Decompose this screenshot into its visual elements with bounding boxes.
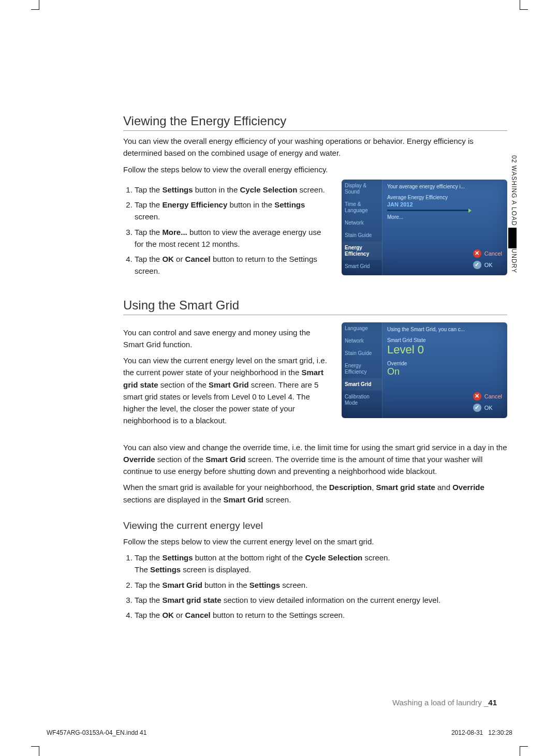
- section-tab-indicator: [508, 228, 517, 248]
- label-override: Override: [387, 361, 502, 366]
- sidebar-item[interactable]: Display & Sound: [342, 180, 382, 198]
- paragraph: When the smart grid is available for you…: [123, 481, 507, 506]
- close-icon: ✕: [473, 249, 481, 258]
- sidebar-item[interactable]: Stain Guide: [342, 347, 382, 360]
- settings-sidebar: Display & Sound Time & Language Network …: [342, 180, 383, 275]
- step-item: Tap the OK or Cancel button to return to…: [135, 609, 507, 621]
- sidebar-item[interactable]: Calibration Mode: [342, 391, 382, 409]
- label-month: JAN 2012: [387, 201, 502, 207]
- step-item: Tap the Energy Efficiency button in the …: [135, 199, 331, 223]
- ok-button[interactable]: ✓OK: [473, 261, 493, 269]
- value-smart-grid-state[interactable]: Level 0: [387, 343, 502, 357]
- manual-page: 02 WASHING A LOAD OF LAUNDRY Viewing the…: [0, 0, 559, 756]
- value-override[interactable]: On: [387, 366, 502, 377]
- heading-using-smart-grid: Using the Smart Grid: [123, 298, 507, 315]
- crop-mark: [520, 746, 528, 756]
- settings-sidebar: Language Network Stain Guide Energy Effi…: [342, 322, 383, 418]
- crop-mark: [31, 746, 39, 756]
- ok-button[interactable]: ✓OK: [473, 404, 493, 412]
- sidebar-item[interactable]: Smart Grid: [342, 260, 382, 273]
- imprint-file: WF457ARG-03153A-04_EN.indd 41: [47, 729, 146, 736]
- sidebar-item[interactable]: Time & Language: [342, 198, 382, 217]
- crop-mark: [31, 0, 39, 10]
- label-average-energy: Average Energy Efficiency: [387, 195, 502, 200]
- sidebar-item-smart-grid[interactable]: Smart Grid: [342, 378, 382, 391]
- step-item: Tap the More... button to view the avera…: [135, 226, 331, 250]
- sidebar-item[interactable]: Network: [342, 335, 382, 347]
- steps-list: Tap the Settings button in the Cycle Sel…: [123, 184, 331, 277]
- step-item: Tap the Settings button in the Cycle Sel…: [135, 184, 331, 196]
- paragraph: You can view the overall energy efficien…: [123, 135, 507, 159]
- settings-screenshot-smartgrid: Language Network Stain Guide Energy Effi…: [342, 322, 507, 418]
- pane-description: Your average energy efficiency i...: [387, 184, 502, 189]
- cancel-button[interactable]: ✕Cancel: [473, 392, 502, 401]
- paragraph: Follow the steps below to view the overa…: [123, 164, 507, 175]
- imprint-line: WF457ARG-03153A-04_EN.indd 41 2012-08-31…: [47, 729, 512, 736]
- sidebar-item-energy-efficiency[interactable]: Energy Efficiency: [342, 242, 382, 260]
- page-footer: Washing a load of laundry _41: [392, 698, 497, 707]
- paragraph: You can view the current energy level on…: [123, 354, 331, 427]
- crop-mark: [520, 0, 528, 10]
- settings-screenshot-energy: Display & Sound Time & Language Network …: [342, 180, 507, 275]
- paragraph: You can also view and change the overrid…: [123, 441, 507, 478]
- step-item: Tap the OK or Cancel button to return to…: [135, 253, 331, 277]
- check-icon: ✓: [473, 404, 481, 412]
- step-item: Tap the Settings button at the bottom ri…: [135, 552, 507, 576]
- sidebar-item[interactable]: Energy Efficiency: [342, 360, 382, 378]
- paragraph: Follow the steps below to view the curre…: [123, 536, 507, 547]
- label-smart-grid-state: Smart Grid State: [387, 337, 502, 343]
- sidebar-item[interactable]: Stain Guide: [342, 229, 382, 242]
- sidebar-item[interactable]: Network: [342, 217, 382, 229]
- page-number: 41: [488, 698, 497, 707]
- page-content: Viewing the Energy Efficiency You can vi…: [123, 114, 507, 624]
- imprint-time: 12:30:28: [488, 729, 512, 736]
- step-item: Tap the Smart Grid button in the Setting…: [135, 579, 507, 591]
- cancel-button[interactable]: ✕Cancel: [473, 249, 502, 258]
- heading-viewing-current-energy-level: Viewing the current energy level: [123, 520, 507, 531]
- sidebar-item[interactable]: Language: [342, 322, 382, 335]
- efficiency-bar: [387, 210, 470, 211]
- section-tab-label: 02 WASHING A LOAD OF LAUNDRY: [510, 155, 518, 273]
- more-button[interactable]: More...: [387, 214, 502, 220]
- step-item: Tap the Smart grid state section to view…: [135, 594, 507, 606]
- pane-description: Using the Smart Grid, you can c...: [387, 327, 502, 332]
- heading-viewing-energy-efficiency: Viewing the Energy Efficiency: [123, 114, 507, 131]
- imprint-date: 2012-08-31: [451, 729, 483, 736]
- paragraph: You can control and save energy and mone…: [123, 327, 331, 351]
- steps-list: Tap the Settings button at the bottom ri…: [123, 552, 507, 621]
- check-icon: ✓: [473, 261, 481, 269]
- close-icon: ✕: [473, 392, 481, 401]
